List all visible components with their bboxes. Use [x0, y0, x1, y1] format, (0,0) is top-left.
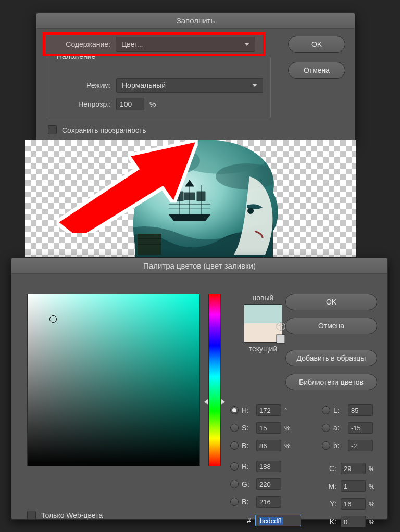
input-y[interactable]: 16 [341, 498, 366, 510]
chevron-down-icon [252, 84, 257, 87]
fill-dialog: Заполнить Содержание: Цвет... Наложение … [36, 12, 355, 144]
opacity-input[interactable]: 100 [116, 98, 144, 110]
sv-marker [49, 315, 57, 323]
saturation-value-field[interactable] [27, 294, 200, 466]
svg-point-3 [216, 163, 278, 189]
label-l: L: [333, 406, 345, 414]
label-s: S: [242, 424, 253, 432]
hex-label: # [247, 516, 251, 525]
label-lb: b: [333, 441, 345, 450]
picker-cancel-button[interactable]: Отмена [285, 318, 377, 334]
preserve-transparency-checkbox[interactable] [48, 125, 57, 134]
label-y: Y: [324, 500, 338, 508]
content-dropdown-value: Цвет... [121, 40, 143, 48]
input-a[interactable]: -15 [348, 422, 373, 434]
annotation-arrow [54, 139, 210, 227]
hue-slider[interactable] [208, 294, 221, 466]
label-m: M: [324, 482, 338, 490]
label-bb: B: [242, 498, 253, 506]
add-swatch-button[interactable]: Добавить в образцы [285, 350, 377, 366]
web-only-label: Только Web-цвета [41, 511, 103, 520]
unit-s: % [284, 424, 294, 432]
cancel-button[interactable]: Отмена [288, 62, 345, 79]
radio-l[interactable] [322, 406, 330, 414]
svg-rect-12 [277, 335, 285, 343]
input-g[interactable]: 220 [256, 478, 281, 490]
hex-input[interactable]: bcdcd8 [255, 515, 301, 526]
radio-s[interactable] [230, 424, 239, 432]
input-bv[interactable]: 86 [256, 440, 281, 451]
unit-y: % [369, 500, 378, 508]
input-k[interactable]: 0 [341, 516, 366, 527]
mode-dropdown-value: Нормальный [122, 81, 166, 90]
preserve-transparency-label: Сохранить прозрачность [62, 126, 146, 134]
color-libraries-button[interactable]: Библиотеки цветов [285, 374, 377, 390]
blending-fieldset: Наложение Режим: Нормальный Непрозр.: 10… [46, 57, 271, 118]
opacity-unit: % [149, 100, 156, 108]
unit-m: % [369, 483, 378, 490]
picker-ok-button[interactable]: OK [285, 294, 377, 310]
current-color-label: текущий [234, 345, 292, 353]
opacity-label: Непрозр.: [46, 100, 116, 108]
input-h[interactable]: 172 [256, 404, 281, 416]
content-label: Содержание: [46, 40, 116, 48]
radio-h[interactable] [230, 406, 239, 414]
label-h: H: [242, 406, 253, 414]
label-k: K: [324, 517, 338, 526]
new-color-swatch [244, 305, 282, 323]
mode-dropdown[interactable]: Нормальный [116, 78, 263, 93]
input-c[interactable]: 29 [341, 463, 366, 474]
canvas-area [25, 140, 356, 257]
unit-bv: % [284, 442, 294, 450]
unit-k: % [369, 518, 378, 526]
radio-a[interactable] [322, 424, 330, 432]
chevron-down-icon [244, 43, 249, 46]
label-bv: B: [242, 441, 253, 450]
label-c: C: [324, 464, 338, 473]
label-r: R: [242, 462, 253, 471]
input-r[interactable]: 188 [256, 461, 281, 472]
blending-legend: Наложение [54, 52, 98, 60]
new-color-label: новый [234, 294, 292, 302]
gamut-warning-icon[interactable] [276, 322, 285, 331]
radio-g[interactable] [230, 480, 239, 488]
label-g: G: [242, 480, 253, 488]
radio-bb[interactable] [230, 498, 239, 506]
content-dropdown[interactable]: Цвет... [116, 37, 255, 52]
label-a: a: [333, 424, 345, 432]
input-m[interactable]: 1 [341, 480, 366, 492]
mode-label: Режим: [46, 81, 116, 90]
input-l[interactable]: 85 [348, 404, 373, 416]
radio-r[interactable] [230, 462, 239, 471]
ok-button[interactable]: OK [288, 36, 345, 53]
color-picker-dialog: Палитра цветов (цвет заливки) новый теку… [11, 258, 388, 520]
input-lb[interactable]: -2 [348, 440, 373, 451]
color-picker-title: Палитра цветов (цвет заливки) [11, 258, 388, 274]
radio-lb[interactable] [322, 441, 330, 450]
unit-h: ° [284, 407, 294, 414]
fill-dialog-title: Заполнить [36, 13, 355, 29]
input-bb[interactable]: 216 [256, 496, 281, 508]
unit-c: % [369, 465, 378, 473]
radio-b[interactable] [230, 441, 239, 450]
web-only-checkbox[interactable] [27, 511, 36, 520]
websafe-warning-icon[interactable] [276, 334, 285, 344]
input-s[interactable]: 15 [256, 422, 281, 434]
